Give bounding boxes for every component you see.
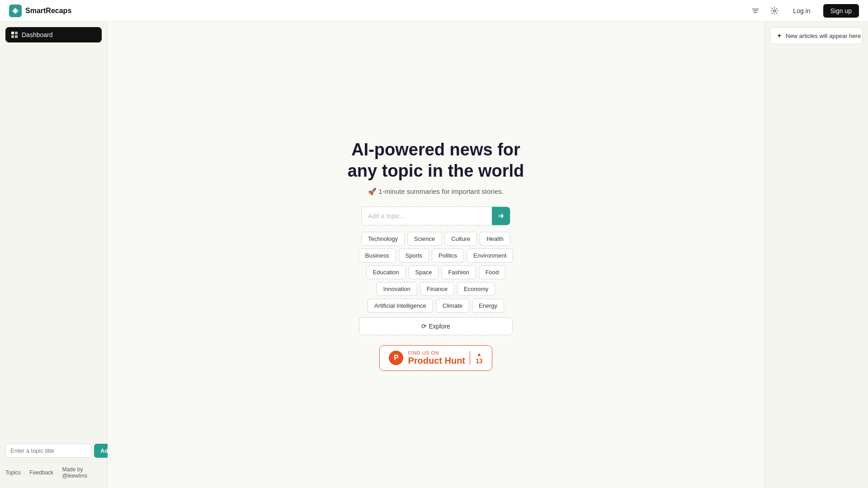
topic-politics[interactable]: Politics [432,249,464,263]
new-articles-label: New articles will appear here [786,33,861,39]
topic-science[interactable]: Science [407,232,442,246]
topics-row-4: Innovation Finance Economy [359,282,513,296]
svg-rect-8 [15,35,18,38]
topics-grid: Technology Science Culture Health Busine… [359,232,513,313]
sidebar-link-made-by[interactable]: Made by @leewlms [62,466,102,479]
sidebar-bottom: Add Topics · Feedback · Made by @leewlms [5,444,102,488]
sidebar-link-topics[interactable]: Topics [5,469,21,476]
upvote-arrow-icon: ▲ [476,351,482,357]
svg-rect-7 [11,35,14,38]
logo-text: SmartRecaps [25,7,71,15]
sidebar-topic-input[interactable] [5,444,91,458]
explore-button[interactable]: ⟳ Explore [359,317,513,335]
product-hunt-badge[interactable]: P FIND US ON Product Hunt ▲ 13 [379,345,492,371]
topic-innovation[interactable]: Innovation [377,282,417,296]
search-bar [361,206,510,225]
sidebar-top: Dashboard [5,27,102,42]
dashboard-icon [11,31,18,38]
sidebar-item-dashboard-label: Dashboard [22,31,53,38]
svg-point-4 [774,9,776,12]
filter-button[interactable] [750,5,761,17]
logo[interactable]: SmartRecaps [9,5,71,17]
header: SmartRecaps Log in Sign up [0,0,868,22]
sidebar-links: Topics · Feedback · Made by @leewlms [5,462,102,483]
product-hunt-name: Product Hunt [408,356,465,366]
topics-row-3: Education Space Fashion Food [359,265,513,279]
topic-fashion[interactable]: Fashion [441,265,476,279]
logo-icon [9,5,22,17]
filter-icon [751,7,760,15]
topic-energy[interactable]: Energy [472,299,504,313]
search-input[interactable] [362,208,492,224]
sidebar-dot-2: · [57,469,58,476]
sidebar: Dashboard Add Topics · Feedback · Made b… [0,22,108,488]
sidebar-input-area: Add [5,444,102,458]
settings-button[interactable] [769,5,780,17]
svg-rect-6 [15,32,18,34]
topic-economy[interactable]: Economy [457,282,495,296]
topics-row-2: Business Sports Politics Environment [359,249,513,263]
topic-sports[interactable]: Sports [399,249,429,263]
product-hunt-logo: P [389,351,403,365]
right-panel: ✦ New articles will appear here [764,22,868,488]
sidebar-dot-1: · [24,469,26,476]
topic-health[interactable]: Health [480,232,510,246]
arrow-right-icon [497,212,505,220]
topic-climate[interactable]: Climate [436,299,469,313]
topic-technology[interactable]: Technology [361,232,405,246]
main-subtitle: 🚀 1-minute summaries for important stori… [368,188,504,196]
main-content: AI-powered news for any topic in the wor… [108,22,764,488]
main-title: AI-powered news for any topic in the wor… [348,139,524,182]
topic-business[interactable]: Business [359,249,396,263]
body-layout: Dashboard Add Topics · Feedback · Made b… [0,22,868,488]
topics-row-1: Technology Science Culture Health [359,232,513,246]
signup-button[interactable]: Sign up [823,4,859,18]
login-button[interactable]: Log in [788,5,816,17]
topic-food[interactable]: Food [479,265,506,279]
topic-culture[interactable]: Culture [444,232,477,246]
product-hunt-find-us: FIND US ON [408,350,465,356]
search-button[interactable] [492,207,510,225]
product-hunt-count-box: ▲ 13 [470,351,483,365]
settings-icon [770,7,778,15]
sparkle-icon: ✦ [777,32,782,39]
topics-row-5: Artificial Intelligence Climate Energy [359,299,513,313]
new-articles-button[interactable]: ✦ New articles will appear here [770,27,863,44]
header-right: Log in Sign up [750,4,859,18]
topic-space[interactable]: Space [409,265,439,279]
product-hunt-count: 13 [476,357,483,365]
svg-rect-5 [11,32,14,34]
topic-ai[interactable]: Artificial Intelligence [368,299,433,313]
sidebar-item-dashboard[interactable]: Dashboard [5,27,102,42]
center-card: AI-powered news for any topic in the wor… [278,139,594,371]
topic-environment[interactable]: Environment [467,249,513,263]
topic-finance[interactable]: Finance [420,282,454,296]
product-hunt-text: FIND US ON Product Hunt [408,350,465,366]
topic-education[interactable]: Education [366,265,406,279]
sidebar-link-feedback[interactable]: Feedback [29,469,53,476]
